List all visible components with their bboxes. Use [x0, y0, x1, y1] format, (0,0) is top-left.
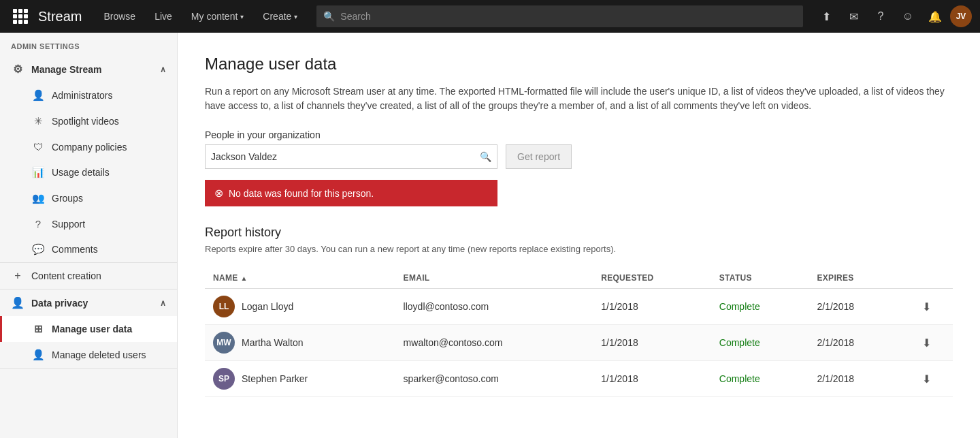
cell-download-1[interactable]: ⬇: [900, 325, 953, 361]
page-title: Manage user data: [205, 54, 953, 74]
group-icon: 👥: [31, 192, 45, 204]
sidebar-item-support[interactable]: ? Support: [0, 211, 177, 236]
search-row: 🔍 Get report: [205, 144, 953, 169]
download-button-2[interactable]: ⬇: [909, 370, 945, 388]
sidebar-item-comments[interactable]: 💬 Comments: [0, 236, 177, 262]
col-name[interactable]: NAME ▲: [205, 268, 395, 289]
app-brand: Stream: [38, 9, 82, 25]
sidebar: ADMIN SETTINGS ⚙ Manage Stream ∧ 👤 Admin…: [0, 33, 178, 438]
user-avatar-1: MW: [213, 332, 235, 354]
main-content: Manage user data Run a report on any Mic…: [178, 33, 980, 438]
cell-expires-2: 2/1/2018: [809, 361, 900, 397]
sidebar-item-groups[interactable]: 👥 Groups: [0, 185, 177, 211]
nav-icons-group: ⬆ ✉ ? ☺ 🔔 JV: [814, 4, 972, 29]
chart-icon: 📊: [31, 166, 45, 178]
manage-stream-label: Manage Stream: [31, 64, 101, 75]
people-search-icon: 🔍: [480, 151, 491, 162]
user-avatar-0: LL: [213, 296, 235, 317]
nav-mycontent[interactable]: My content ▾: [183, 0, 252, 33]
waffle-menu[interactable]: [8, 4, 33, 29]
col-email[interactable]: EMAIL: [395, 268, 593, 289]
data-privacy-section: 👤 Data privacy ∧ ⊞ Manage user data 👤 Ma…: [0, 290, 177, 369]
cell-status-1: Complete: [711, 325, 809, 361]
sidebar-data-privacy[interactable]: 👤 Data privacy ∧: [0, 290, 177, 316]
question-icon: ?: [31, 218, 45, 230]
cell-email-2: sparker@contoso.com: [395, 361, 593, 397]
mail-icon[interactable]: ✉: [841, 4, 866, 29]
cell-expires-1: 2/1/2018: [809, 325, 900, 361]
nav-create[interactable]: Create ▾: [255, 0, 306, 33]
download-button-0[interactable]: ⬇: [909, 298, 945, 316]
col-expires[interactable]: EXPIRES: [809, 268, 900, 289]
plus-icon: +: [11, 270, 24, 282]
feedback-icon[interactable]: ☺: [896, 4, 920, 29]
comment-icon: 💬: [31, 243, 45, 255]
people-label: People in your organization: [205, 129, 953, 140]
user-name-1: Martha Walton: [242, 337, 304, 348]
error-icon: ⊗: [214, 187, 223, 200]
shield-icon: 🛡: [31, 141, 45, 153]
cell-name-1: MW Martha Walton: [205, 325, 395, 361]
person-delete-icon: 👤: [31, 349, 45, 361]
cell-email-0: lloydl@contoso.com: [395, 289, 593, 325]
manage-stream-section: ⚙ Manage Stream ∧ 👤 Administrators ✳ Spo…: [0, 56, 177, 263]
cell-name-0: LL Logan Lloyd: [205, 289, 395, 325]
user-name-2: Stephen Parker: [242, 373, 308, 384]
sidebar-item-spotlight-videos[interactable]: ✳ Spotlight videos: [0, 108, 177, 134]
create-chevron-icon: ▾: [294, 13, 297, 20]
cell-expires-0: 2/1/2018: [809, 289, 900, 325]
cell-requested-2: 1/1/2018: [593, 361, 711, 397]
nav-live[interactable]: Live: [146, 0, 180, 33]
sidebar-content-creation[interactable]: + Content creation: [0, 263, 177, 289]
error-bar: ⊗ No data was found for this person.: [205, 180, 497, 206]
table-row: MW Martha Walton mwalton@contoso.com 1/1…: [205, 325, 953, 361]
nav-browse[interactable]: Browse: [95, 0, 144, 33]
cell-status-2: Complete: [711, 361, 809, 397]
cell-download-0[interactable]: ⬇: [900, 289, 953, 325]
mycontent-chevron-icon: ▾: [240, 13, 244, 20]
error-message: No data was found for this person.: [229, 188, 374, 199]
upload-icon[interactable]: ⬆: [814, 4, 838, 29]
asterisk-icon: ✳: [31, 115, 45, 127]
cell-status-0: Complete: [711, 289, 809, 325]
page-description: Run a report on any Microsoft Stream use…: [205, 84, 953, 113]
person-icon: 👤: [31, 89, 45, 101]
table-icon: ⊞: [31, 323, 45, 335]
search-icon: 🔍: [323, 11, 335, 22]
col-requested[interactable]: REQUESTED: [593, 268, 711, 289]
cell-download-2[interactable]: ⬇: [900, 361, 953, 397]
sort-icon: ▲: [241, 275, 248, 282]
manage-stream-chevron-icon: ∧: [160, 65, 166, 74]
cell-requested-0: 1/1/2018: [593, 289, 711, 325]
sidebar-item-usage-details[interactable]: 📊 Usage details: [0, 159, 177, 185]
cell-email-1: mwalton@contoso.com: [395, 325, 593, 361]
people-search-input[interactable]: [211, 151, 480, 162]
user-name-0: Logan Lloyd: [242, 301, 293, 312]
sidebar-item-company-policies[interactable]: 🛡 Company policies: [0, 134, 177, 159]
cell-requested-1: 1/1/2018: [593, 325, 711, 361]
avatar[interactable]: JV: [950, 5, 972, 27]
get-report-button[interactable]: Get report: [506, 144, 572, 169]
people-search-box[interactable]: 🔍: [205, 144, 497, 169]
table-row: LL Logan Lloyd lloydl@contoso.com 1/1/20…: [205, 289, 953, 325]
report-history-title: Report history: [205, 225, 953, 240]
search-input[interactable]: [340, 11, 796, 22]
report-history-subtitle: Reports expire after 30 days. You can ru…: [205, 244, 953, 254]
admin-settings-label: ADMIN SETTINGS: [0, 33, 177, 56]
help-icon[interactable]: ?: [868, 4, 893, 29]
settings-icon: ⚙: [11, 63, 24, 76]
search-box[interactable]: 🔍: [316, 5, 803, 27]
download-button-1[interactable]: ⬇: [909, 334, 945, 352]
top-nav: Stream Browse Live My content ▾ Create ▾…: [0, 0, 980, 33]
person-data-icon: 👤: [11, 296, 24, 309]
cell-name-2: SP Stephen Parker: [205, 361, 395, 397]
user-avatar-2: SP: [213, 368, 235, 390]
sidebar-item-manage-deleted-users[interactable]: 👤 Manage deleted users: [0, 342, 177, 368]
bell-icon[interactable]: 🔔: [923, 4, 947, 29]
sidebar-item-administrators[interactable]: 👤 Administrators: [0, 82, 177, 108]
col-actions: [900, 268, 953, 289]
table-row: SP Stephen Parker sparker@contoso.com 1/…: [205, 361, 953, 397]
sidebar-item-manage-user-data[interactable]: ⊞ Manage user data: [0, 316, 177, 342]
col-status[interactable]: STATUS: [711, 268, 809, 289]
sidebar-manage-stream[interactable]: ⚙ Manage Stream ∧: [0, 56, 177, 82]
